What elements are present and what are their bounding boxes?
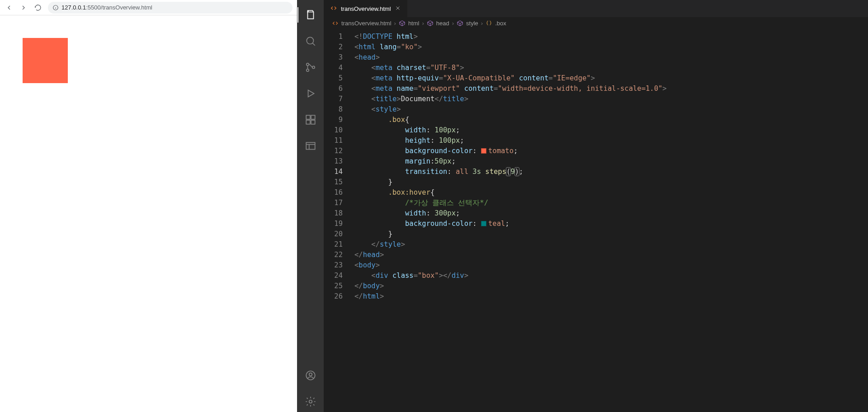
activity-source-control[interactable] (300, 57, 321, 78)
close-icon[interactable] (395, 5, 401, 13)
breadcrumb-file[interactable]: transOverview.html (332, 20, 392, 27)
line-content[interactable]: .box{ (351, 115, 868, 125)
code-line[interactable]: 2<html lang="ko"> (324, 42, 868, 52)
line-content[interactable]: transition: all 3s steps(9); (351, 167, 868, 177)
reload-button[interactable] (33, 3, 42, 12)
breadcrumb-box[interactable]: .box (486, 20, 506, 27)
breadcrumb[interactable]: transOverview.html › html › head › style… (324, 17, 868, 29)
line-number: 15 (324, 177, 351, 187)
line-content[interactable]: <!DOCTYPE html> (351, 32, 868, 42)
line-number: 25 (324, 281, 351, 291)
line-content[interactable]: <title>Document</title> (351, 94, 868, 104)
line-content[interactable]: <div class="box"></div> (351, 271, 868, 281)
line-content[interactable]: </body> (351, 281, 868, 291)
code-line[interactable]: 4 <meta charset="UTF-8"> (324, 63, 868, 73)
code-line[interactable]: 5 <meta http-equiv="X-UA-Compatible" con… (324, 73, 868, 84)
line-number: 10 (324, 125, 351, 136)
code-editor[interactable]: 1<!DOCTYPE html>2<html lang="ko">3<head>… (324, 29, 868, 412)
code-line[interactable]: 16 .box:hover{ (324, 187, 868, 198)
line-content[interactable]: /*가상 클래스 선택자*/ (351, 198, 868, 208)
code-line[interactable]: 18 width: 300px; (324, 208, 868, 219)
tab-transoverview[interactable]: transOverview.html (324, 0, 408, 17)
code-line[interactable]: 17 /*가상 클래스 선택자*/ (324, 198, 868, 208)
code-line[interactable]: 26</html> (324, 291, 868, 302)
breadcrumb-head[interactable]: head (427, 20, 449, 27)
line-content[interactable]: margin:50px; (351, 156, 868, 167)
line-content[interactable]: </style> (351, 239, 868, 250)
code-line[interactable]: 20 } (324, 229, 868, 239)
line-content[interactable]: <body> (351, 260, 868, 271)
line-number: 9 (324, 115, 351, 125)
chevron-right-icon: › (451, 20, 455, 27)
svg-point-5 (307, 63, 309, 66)
line-content[interactable]: } (351, 177, 868, 187)
line-content[interactable]: width: 300px; (351, 208, 868, 219)
code-line[interactable]: 19 background-color: teal; (324, 219, 868, 229)
code-line[interactable]: 13 margin:50px; (324, 156, 868, 167)
editor-area: transOverview.html transOverview.html › … (324, 0, 868, 412)
code-line[interactable]: 11 height: 100px; (324, 136, 868, 146)
code-line[interactable]: 12 background-color: tomato; (324, 146, 868, 156)
line-content[interactable]: </html> (351, 291, 868, 302)
code-line[interactable]: 15 } (324, 177, 868, 187)
line-content[interactable]: background-color: teal; (351, 219, 868, 229)
code-line[interactable]: 22</head> (324, 250, 868, 260)
code-line[interactable]: 25</body> (324, 281, 868, 291)
line-number: 22 (324, 250, 351, 260)
activity-explorer[interactable] (300, 5, 321, 25)
line-content[interactable]: .box:hover{ (351, 187, 868, 198)
code-line[interactable]: 7 <title>Document</title> (324, 94, 868, 104)
line-number: 5 (324, 73, 351, 84)
address-bar[interactable]: 127.0.0.1:5500/transOverview.html (48, 2, 292, 14)
demo-box (23, 38, 68, 83)
line-number: 21 (324, 239, 351, 250)
activity-extensions[interactable] (300, 109, 321, 130)
site-info-icon (52, 5, 59, 11)
activity-run-debug[interactable] (300, 83, 321, 104)
line-content[interactable]: background-color: tomato; (351, 146, 868, 156)
code-line[interactable]: 24 <div class="box"></div> (324, 271, 868, 281)
activity-settings[interactable] (300, 391, 321, 412)
code-line[interactable]: 1<!DOCTYPE html> (324, 32, 868, 42)
code-line[interactable]: 9 .box{ (324, 115, 868, 125)
line-content[interactable]: </head> (351, 250, 868, 260)
line-number: 26 (324, 291, 351, 302)
activity-bar (297, 0, 324, 412)
line-number: 8 (324, 104, 351, 115)
code-line[interactable]: 10 width: 100px; (324, 125, 868, 136)
code-line[interactable]: 8 <style> (324, 104, 868, 115)
url-text: 127.0.0.1:5500/transOverview.html (61, 4, 152, 11)
line-content[interactable]: height: 100px; (351, 136, 868, 146)
line-number: 7 (324, 94, 351, 104)
line-content[interactable]: <html lang="ko"> (351, 42, 868, 52)
line-content[interactable]: <meta charset="UTF-8"> (351, 63, 868, 73)
code-line[interactable]: 3<head> (324, 52, 868, 63)
code-line[interactable]: 23<body> (324, 260, 868, 271)
svg-rect-12 (306, 120, 310, 124)
breadcrumb-html[interactable]: html (399, 20, 420, 27)
line-number: 16 (324, 187, 351, 198)
code-line[interactable]: 14 transition: all 3s steps(9); (324, 167, 868, 177)
line-content[interactable]: width: 100px; (351, 125, 868, 136)
activity-live-preview[interactable] (300, 136, 321, 156)
line-content[interactable]: <head> (351, 52, 868, 63)
breadcrumb-style[interactable]: style (457, 20, 478, 27)
browser-toolbar: 127.0.0.1:5500/transOverview.html (0, 0, 297, 15)
code-line[interactable]: 21 </style> (324, 239, 868, 250)
line-content[interactable]: <style> (351, 104, 868, 115)
code-line[interactable]: 6 <meta name="viewport" content="width=d… (324, 84, 868, 94)
svg-point-7 (312, 66, 315, 68)
activity-account[interactable] (300, 365, 321, 386)
line-number: 1 (324, 32, 351, 42)
line-content[interactable]: <meta http-equiv="X-UA-Compatible" conte… (351, 73, 868, 84)
tab-label: transOverview.html (341, 5, 391, 12)
back-button[interactable] (5, 3, 14, 12)
line-content[interactable]: } (351, 229, 868, 239)
line-content[interactable]: <meta name="viewport" content="width=dev… (351, 84, 868, 94)
forward-button[interactable] (19, 3, 28, 12)
line-number: 4 (324, 63, 351, 73)
line-number: 18 (324, 208, 351, 219)
activity-search[interactable] (300, 31, 321, 52)
chevron-right-icon: › (421, 20, 425, 27)
svg-point-6 (307, 69, 309, 71)
